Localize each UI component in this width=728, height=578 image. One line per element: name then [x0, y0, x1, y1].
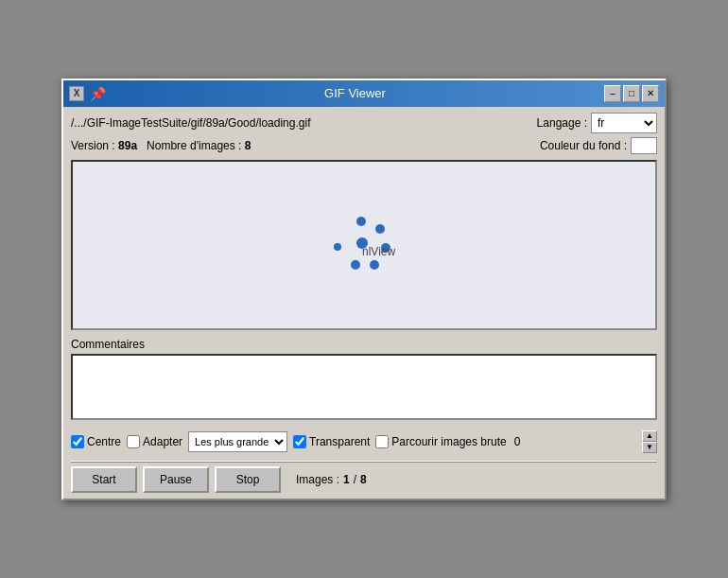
transparent-checkbox[interactable] [293, 435, 306, 448]
brute-checkbox-group: Parcourir images brute [375, 435, 506, 448]
file-path: /.../GIF-ImageTestSuite/gif/89a/Good/loa… [71, 116, 310, 130]
dot-5 [351, 260, 360, 270]
current-image: 1 [343, 473, 350, 486]
images-label: Images : [296, 473, 339, 486]
dot-2 [375, 224, 385, 234]
start-button[interactable]: Start [71, 466, 137, 493]
info-row: Version : 89a Nombre d'images : 8 Couleu… [71, 137, 657, 154]
bg-color-label: Couleur du fond : [540, 139, 627, 152]
spinner-down[interactable]: ▼ [642, 442, 657, 453]
transparent-label[interactable]: Transparent [309, 435, 370, 448]
app-window: X 📌 GIF Viewer – □ ✕ /.../GIF-ImageTestS… [61, 79, 667, 500]
close-button[interactable]: ✕ [642, 85, 659, 102]
viewer-label: nlView [362, 245, 395, 258]
window-title: GIF Viewer [106, 86, 604, 100]
bg-color-picker[interactable] [631, 137, 657, 154]
comments-section: Commentaires [71, 338, 657, 423]
stop-button[interactable]: Stop [215, 466, 281, 493]
version-info: Version : 89a Nombre d'images : 8 [71, 139, 251, 152]
gif-viewer: nlView [71, 160, 657, 330]
title-bar-left: X 📌 [69, 86, 106, 101]
centre-label[interactable]: Centre [87, 435, 121, 448]
bg-color-row: Couleur du fond : [540, 137, 657, 154]
size-dropdown[interactable]: Les plus grande Taille réelle Adapter [188, 431, 287, 452]
path-row: /.../GIF-ImageTestSuite/gif/89a/Good/loa… [71, 113, 657, 133]
brute-count: 0 [514, 435, 521, 448]
spinner-up[interactable]: ▲ [642, 430, 657, 442]
brute-checkbox[interactable] [375, 435, 389, 448]
centre-checkbox[interactable] [71, 435, 84, 448]
adapter-checkbox[interactable] [127, 435, 140, 448]
images-info: Images : 1 / 8 [296, 473, 367, 486]
pin-icon[interactable]: 📌 [90, 86, 106, 101]
title-bar-controls: – □ ✕ [604, 85, 659, 102]
dot-6 [334, 243, 341, 251]
comments-textarea[interactable] [71, 354, 657, 420]
spinner-area: ▲ ▼ [642, 430, 657, 453]
pause-button[interactable]: Pause [143, 466, 209, 493]
options-row: Centre Adapter Les plus grande Taille ré… [71, 430, 657, 453]
lang-label: Langage : [537, 116, 587, 130]
language-row: Langage : fr en de es [537, 113, 657, 133]
title-bar: X 📌 GIF Viewer – □ ✕ [63, 80, 665, 107]
nb-images-value: 8 [245, 139, 251, 152]
transparent-checkbox-group: Transparent [293, 435, 370, 448]
centre-checkbox-group: Centre [71, 435, 121, 448]
maximize-button[interactable]: □ [623, 85, 640, 102]
dot-1 [356, 217, 366, 226]
dot-4 [370, 260, 379, 270]
language-select[interactable]: fr en de es [591, 113, 657, 133]
adapter-label[interactable]: Adapter [143, 435, 182, 448]
separator-slash: / [354, 473, 356, 486]
adapter-checkbox-group: Adapter [127, 435, 182, 448]
app-icon: X [69, 86, 84, 101]
separator [71, 461, 657, 463]
total-images: 8 [360, 473, 367, 486]
content-area: /.../GIF-ImageTestSuite/gif/89a/Good/loa… [63, 107, 665, 499]
comments-label: Commentaires [71, 338, 657, 351]
brute-label[interactable]: Parcourir images brute [391, 435, 506, 448]
minimize-button[interactable]: – [604, 85, 621, 102]
version-value: 89a [118, 139, 137, 152]
button-row: Start Pause Stop Images : 1 / 8 [71, 466, 657, 493]
